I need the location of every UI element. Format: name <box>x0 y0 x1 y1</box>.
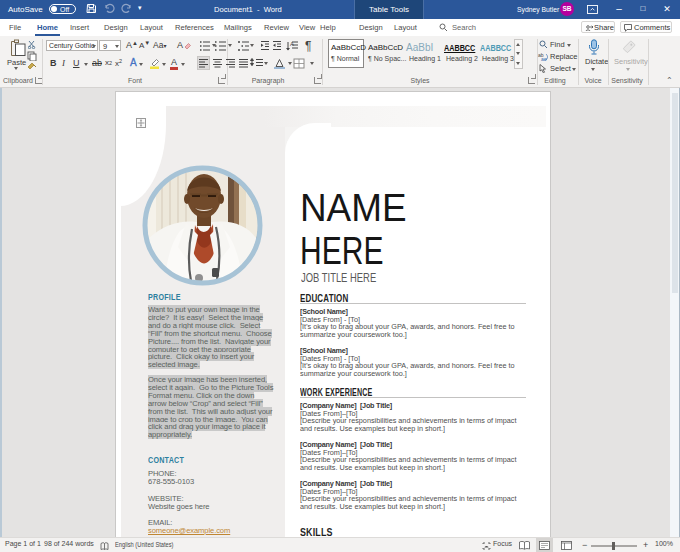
svg-text:A: A <box>290 41 294 47</box>
svg-text:¶: ¶ <box>305 40 311 52</box>
